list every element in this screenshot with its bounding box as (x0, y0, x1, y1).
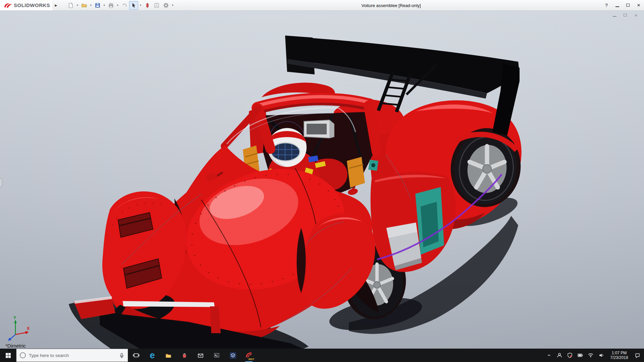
store-app-button[interactable] (176, 349, 193, 362)
cube-app-icon (229, 352, 236, 359)
options-gear-icon (163, 2, 169, 8)
svg-text:Y: Y (13, 315, 16, 320)
microphone-icon[interactable] (119, 353, 124, 358)
new-document-dropdown[interactable]: ▾ (75, 1, 79, 10)
network-tray-button[interactable] (587, 350, 594, 360)
action-center-icon (635, 353, 640, 358)
window-controls: ? × (601, 0, 644, 10)
open-dropdown[interactable]: ▾ (89, 1, 93, 10)
solidworks-logo: SOLIDWORKS (0, 0, 53, 10)
rearview-mirror (304, 120, 334, 138)
cube-app-button[interactable] (225, 349, 241, 362)
new-document-button[interactable] (66, 1, 75, 10)
graphics-area[interactable]: × Y X *Dimetric (0, 11, 644, 349)
file-explorer-icon (165, 353, 172, 358)
design-table-icon (154, 2, 160, 8)
save-button[interactable] (93, 1, 102, 10)
open-folder-icon (81, 2, 87, 8)
restore-button[interactable] (623, 0, 633, 10)
file-explorer-button[interactable] (160, 349, 176, 362)
solidworks-version-badge: 2017 (248, 358, 254, 361)
edge-app-button[interactable]: e (144, 349, 160, 362)
help-button[interactable]: ? (601, 0, 612, 10)
solidworks-app-button[interactable]: 2017 (241, 349, 257, 362)
doc-restore-button[interactable] (623, 13, 628, 17)
doc-restore-icon (624, 14, 627, 16)
print-button[interactable] (106, 1, 115, 10)
terminal-icon (214, 353, 220, 358)
new-document-icon (68, 2, 74, 8)
people-icon (557, 353, 562, 358)
security-shield-icon (567, 353, 573, 358)
windows-taskbar: e (0, 349, 644, 362)
volume-tray-button[interactable] (598, 350, 604, 360)
doc-minimize-icon (613, 16, 616, 17)
design-table-button[interactable] (152, 1, 161, 10)
rebuild-icon (144, 2, 150, 8)
open-button[interactable] (79, 1, 89, 10)
system-tray: 1:07 PM 7/23/2018 (546, 349, 644, 362)
undo-icon (121, 2, 127, 8)
pinned-apps: e (128, 349, 257, 362)
print-icon (108, 2, 114, 8)
close-button[interactable]: × (633, 0, 644, 10)
solidworks-window: SOLIDWORKS ▶ ▾ ▾ (0, 0, 644, 362)
dassault-systemes-logo-icon (3, 2, 12, 9)
taskbar-clock[interactable]: 1:07 PM 7/23/2018 (608, 351, 630, 360)
minimize-button[interactable] (612, 0, 623, 10)
mail-icon (198, 353, 204, 358)
task-view-icon (133, 352, 140, 358)
options-dropdown[interactable]: ▾ (171, 1, 174, 10)
select-tool-dropdown[interactable]: ▾ (139, 1, 142, 10)
clock-date: 7/23/2018 (608, 355, 630, 360)
store-icon (182, 353, 187, 358)
network-wifi-icon (588, 353, 593, 358)
pane-splitter-handle[interactable] (0, 178, 2, 187)
chevron-up-icon (547, 353, 551, 358)
document-title: Voiture assemblee [Read-only] (361, 0, 421, 11)
people-tray-button[interactable] (556, 350, 563, 360)
task-view-button[interactable] (128, 349, 144, 362)
undo-button[interactable] (120, 1, 129, 10)
svg-text:X: X (27, 326, 30, 331)
titlebar: SOLIDWORKS ▶ ▾ ▾ (0, 0, 644, 11)
cortana-icon (20, 352, 26, 358)
document-window-controls: × (612, 13, 639, 17)
options-button[interactable] (161, 1, 170, 10)
save-dropdown[interactable]: ▾ (102, 1, 106, 10)
doc-minimize-button[interactable] (612, 13, 617, 17)
view-orientation-label: *Dimetric (5, 343, 26, 349)
select-cursor-icon (131, 2, 137, 8)
menu-expand-arrow[interactable]: ▶ (53, 2, 59, 9)
action-center-button[interactable] (634, 350, 641, 360)
print-dropdown[interactable]: ▾ (116, 1, 119, 10)
minimize-icon (615, 6, 619, 7)
taskbar-search[interactable] (16, 349, 128, 362)
3d-scene[interactable] (0, 11, 644, 349)
orientation-triad-icon: Y X (5, 315, 31, 342)
battery-icon (578, 353, 583, 358)
windows-logo-icon (5, 353, 11, 358)
security-tray-button[interactable] (567, 350, 573, 360)
volume-icon (599, 353, 604, 358)
mail-app-button[interactable] (193, 349, 209, 362)
terminal-app-button[interactable] (209, 349, 225, 362)
logo-text: SOLIDWORKS (14, 2, 50, 8)
doc-close-button[interactable]: × (633, 13, 639, 17)
clock-time: 1:07 PM (608, 351, 630, 355)
search-input[interactable] (29, 353, 116, 358)
select-tool-button[interactable] (129, 1, 138, 10)
main-toolbar: ▾ ▾ ▾ ▾ (66, 0, 174, 10)
start-button[interactable] (0, 349, 16, 362)
battery-tray-button[interactable] (577, 350, 584, 360)
edge-icon: e (150, 351, 155, 360)
save-icon (95, 2, 101, 8)
restore-icon (626, 4, 630, 7)
rebuild-button[interactable] (143, 1, 152, 10)
hidden-icons-button[interactable] (546, 350, 552, 360)
visor (271, 143, 300, 161)
